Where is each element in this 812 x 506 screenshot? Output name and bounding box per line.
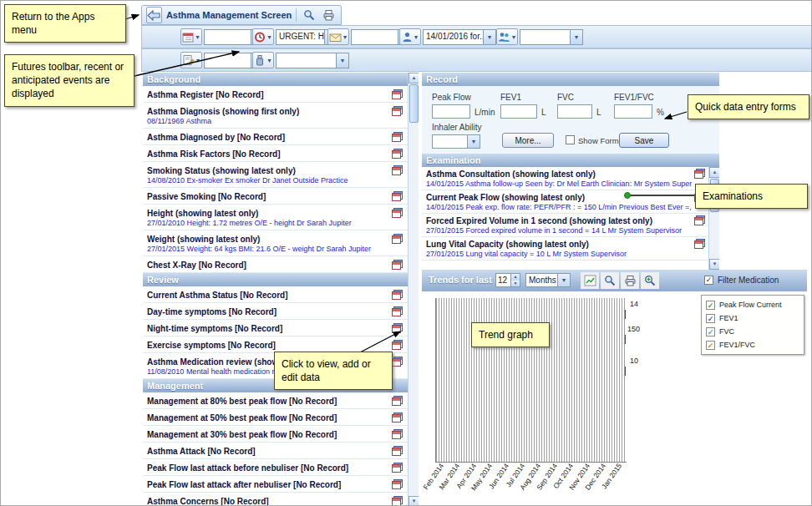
list-item[interactable]: Day-time symptoms [No Record] bbox=[143, 303, 408, 320]
view-add-edit-icon[interactable] bbox=[392, 106, 403, 116]
chevron-down-icon[interactable]: ▼ bbox=[570, 30, 582, 44]
view-add-edit-icon[interactable] bbox=[392, 132, 403, 142]
list-item[interactable]: Height (showing latest only)27/01/2010 H… bbox=[143, 205, 408, 230]
view-add-edit-icon[interactable] bbox=[392, 446, 403, 456]
filter-medication-checkbox[interactable]: ✓ bbox=[704, 276, 713, 285]
more-button[interactable]: More... bbox=[502, 133, 554, 148]
scroll-up-icon[interactable]: ▲ bbox=[709, 167, 719, 178]
scrollbar-thumb[interactable] bbox=[409, 84, 419, 123]
chevron-down-icon[interactable]: ▼ bbox=[467, 135, 480, 148]
fev1-series-checkbox[interactable]: ✓ bbox=[706, 314, 715, 323]
chevron-down-icon[interactable]: ▼ bbox=[483, 30, 495, 44]
list-item[interactable]: Asthma Attack [No Record] bbox=[143, 443, 408, 459]
notes-icon[interactable]: ▼ bbox=[180, 52, 202, 68]
peak-flow-series-checkbox[interactable]: ✓ bbox=[706, 301, 715, 310]
list-item[interactable]: Passive Smoking [No Record] bbox=[143, 188, 408, 205]
view-add-edit-icon[interactable] bbox=[392, 306, 403, 316]
view-add-edit-icon[interactable] bbox=[392, 149, 403, 159]
list-item[interactable]: Management at 30% best peak flow [No Rec… bbox=[143, 426, 408, 443]
zoom-in-button[interactable] bbox=[641, 272, 659, 289]
view-add-edit-icon[interactable] bbox=[392, 165, 403, 175]
view-add-edit-icon[interactable] bbox=[392, 412, 403, 423]
list-item[interactable]: Asthma Concerns [No Record] bbox=[143, 493, 408, 506]
view-add-edit-icon[interactable] bbox=[694, 215, 705, 225]
view-add-edit-icon[interactable] bbox=[392, 191, 403, 201]
patient-appointment-combo[interactable]: 14/01/2016 for... ▼ bbox=[423, 29, 496, 45]
list-item[interactable]: Asthma Risk Factors [No Record] bbox=[143, 145, 408, 162]
scroll-down-icon[interactable]: ▼ bbox=[709, 259, 719, 270]
chevron-down-icon[interactable]: ▼ bbox=[557, 274, 570, 286]
view-add-edit-icon[interactable] bbox=[392, 340, 403, 350]
back-button[interactable] bbox=[146, 7, 162, 23]
view-add-edit-icon[interactable] bbox=[392, 260, 403, 270]
list-item[interactable]: Asthma Diagnosed by [No Record] bbox=[143, 129, 408, 145]
staff-combo[interactable]: ▼ bbox=[520, 29, 583, 45]
medication-icon[interactable]: ▼ bbox=[252, 52, 274, 68]
list-item[interactable]: Weight (showing latest only)27/01/2015 W… bbox=[143, 230, 408, 256]
fvc-series-checkbox[interactable]: ✓ bbox=[706, 327, 715, 336]
print-chart-button[interactable] bbox=[621, 272, 639, 289]
view-add-edit-icon[interactable] bbox=[392, 290, 403, 300]
list-item[interactable]: Management at 80% best peak flow [No Rec… bbox=[143, 392, 408, 409]
scroll-up-icon[interactable]: ▲ bbox=[409, 73, 419, 83]
list-item[interactable]: Peak Flow last attack before nebuliser [… bbox=[143, 459, 408, 476]
view-add-edit-icon[interactable] bbox=[392, 479, 403, 489]
chevron-down-icon[interactable]: ▼ bbox=[336, 53, 348, 68]
view-add-edit-icon[interactable] bbox=[392, 429, 403, 439]
peak-flow-input[interactable] bbox=[432, 104, 470, 119]
list-item[interactable]: Smoking Status (showing latest only)14/0… bbox=[143, 162, 408, 188]
people-icon[interactable]: ▼ bbox=[496, 28, 518, 45]
view-add-edit-icon[interactable] bbox=[392, 396, 403, 406]
fev1-fvc-series-checkbox[interactable]: ✓ bbox=[706, 341, 715, 350]
list-item[interactable]: Management at 50% best peak flow [No Rec… bbox=[143, 409, 408, 426]
list-item[interactable]: Exercise symptoms [No Record] bbox=[143, 336, 408, 353]
alarm-clock-icon[interactable]: ▼ bbox=[252, 28, 274, 45]
search-button[interactable] bbox=[301, 7, 317, 23]
save-button[interactable]: Save bbox=[619, 133, 669, 148]
view-add-edit-icon[interactable] bbox=[392, 357, 403, 367]
list-item[interactable]: Current Peak Flow (showing latest only)1… bbox=[422, 190, 708, 214]
examination-scrollbar[interactable]: ▲ ▼ bbox=[708, 167, 719, 270]
fvc-input[interactable] bbox=[557, 104, 592, 119]
legend-item[interactable]: ✓ Peak Flow Current bbox=[706, 298, 799, 311]
list-item[interactable]: Night-time symptoms [No Record] bbox=[143, 320, 408, 336]
list-item[interactable]: Forced Expired Volume in 1 second (showi… bbox=[422, 214, 708, 237]
trend-period-spinner[interactable]: 12 ▲▼ bbox=[495, 273, 520, 287]
show-forms-checkbox[interactable] bbox=[566, 135, 575, 144]
legend-item[interactable]: ✓ FVC bbox=[706, 325, 799, 338]
fev1-fvc-input[interactable] bbox=[614, 104, 652, 119]
fev1-input[interactable] bbox=[500, 104, 537, 119]
calendar-icon[interactable]: ▼ bbox=[180, 28, 202, 45]
spinner-up-icon[interactable]: ▲ bbox=[511, 274, 520, 281]
view-add-edit-icon[interactable] bbox=[392, 463, 403, 473]
view-add-edit-icon[interactable] bbox=[392, 208, 403, 218]
inhaler-ability-select[interactable]: ▼ bbox=[432, 134, 480, 149]
trend-unit-select[interactable]: Months ▼ bbox=[525, 273, 571, 287]
patient-appointment-icon[interactable]: ▼ bbox=[399, 28, 421, 45]
mail-icon[interactable]: ▼ bbox=[327, 28, 349, 45]
list-item[interactable]: Current Asthma Status [No Record] bbox=[143, 286, 408, 303]
y-value-label: 14 bbox=[630, 300, 638, 308]
list-item[interactable]: Asthma Register [No Record] bbox=[143, 86, 408, 103]
view-add-edit-icon[interactable] bbox=[694, 239, 705, 249]
item-title: Asthma Diagnosis (showing first only) bbox=[147, 106, 386, 117]
view-add-edit-icon[interactable] bbox=[392, 496, 403, 506]
list-item[interactable]: Asthma Consultation (showing latest only… bbox=[422, 167, 708, 190]
list-item[interactable]: Lung Vital Capacity (showing latest only… bbox=[422, 237, 708, 261]
view-add-edit-icon[interactable] bbox=[694, 169, 705, 179]
view-add-edit-icon[interactable] bbox=[392, 323, 403, 333]
zoom-button[interactable] bbox=[601, 272, 619, 289]
y-value-label: 10 bbox=[630, 357, 638, 365]
legend-item[interactable]: ✓ FEV1/FVC bbox=[706, 338, 799, 352]
legend-item[interactable]: ✓ FEV1 bbox=[706, 311, 799, 325]
refresh-chart-button[interactable] bbox=[581, 272, 599, 289]
list-item[interactable]: Peak Flow last attack after nebuliser [N… bbox=[143, 476, 408, 493]
spinner-down-icon[interactable]: ▼ bbox=[511, 281, 520, 287]
print-button[interactable] bbox=[321, 7, 337, 23]
left-panel-scrollbar[interactable]: ▲ ▼ bbox=[408, 73, 419, 506]
list-item[interactable]: Chest X-Ray [No Record] bbox=[143, 256, 408, 273]
view-add-edit-icon[interactable] bbox=[392, 89, 403, 99]
list-item[interactable]: Asthma Diagnosis (showing first only)08/… bbox=[143, 103, 408, 129]
medication-combo[interactable]: ▼ bbox=[276, 53, 349, 68]
view-add-edit-icon[interactable] bbox=[392, 234, 403, 244]
